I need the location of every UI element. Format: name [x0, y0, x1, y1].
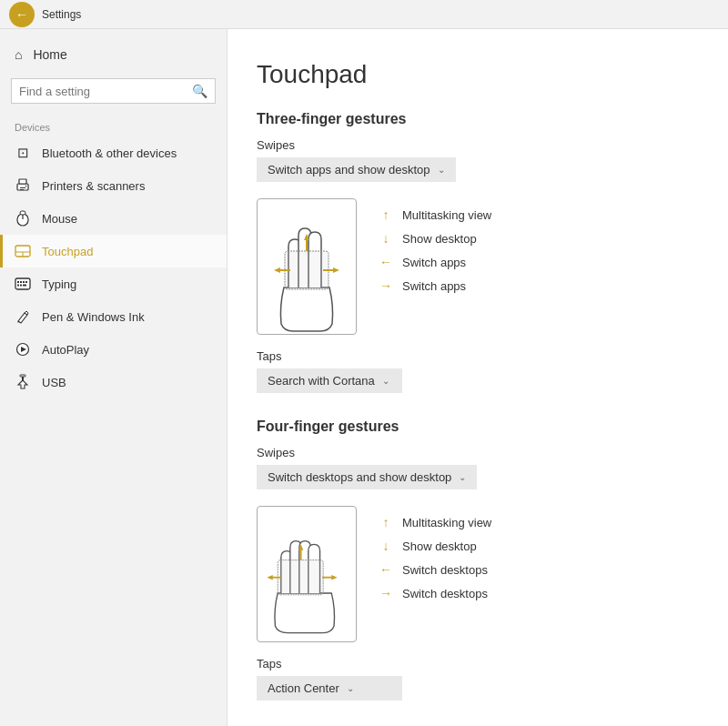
search-icon: 🔍 — [192, 84, 207, 98]
search-box[interactable]: 🔍 — [11, 78, 216, 104]
arrow-down-icon: ↓ — [379, 231, 393, 246]
gesture-option: → Switch apps — [379, 278, 491, 293]
gesture-option-label: Show desktop — [402, 539, 477, 553]
gesture-option: ↑ Multitasking view — [379, 515, 491, 529]
arrow-down-icon: ↓ — [379, 539, 393, 553]
svg-rect-14 — [23, 281, 25, 283]
sidebar-item-label: AutoPlay — [42, 343, 89, 357]
title-bar: ← Settings — [0, 0, 728, 29]
typing-icon — [15, 276, 31, 292]
back-button[interactable]: ← — [9, 2, 35, 27]
three-swipes-value: Switch apps and show desktop — [268, 163, 430, 176]
sidebar-item-mouse[interactable]: Mouse — [0, 202, 227, 235]
three-swipes-dropdown[interactable]: Switch apps and show desktop ⌄ — [257, 157, 456, 182]
gesture-option: ← Switch apps — [379, 255, 491, 269]
gesture-option: ↑ Multitasking view — [379, 207, 491, 222]
svg-rect-13 — [20, 281, 22, 283]
svg-rect-21 — [20, 375, 25, 377]
gesture-option-label: Switch apps — [402, 279, 466, 293]
chevron-down-icon: ⌄ — [438, 165, 445, 175]
mouse-icon — [15, 210, 31, 227]
gesture-option-label: Multitasking view — [402, 516, 491, 529]
devices-section-label: Devices — [0, 111, 227, 136]
arrow-left-icon: ← — [379, 255, 393, 269]
gesture-option: ← Switch desktops — [379, 562, 491, 577]
sidebar-item-usb[interactable]: USB — [0, 366, 227, 398]
four-taps-value: Action Center — [268, 681, 339, 695]
sidebar-item-printers[interactable]: Printers & scanners — [0, 169, 227, 202]
arrow-right-icon: → — [379, 586, 393, 600]
svg-rect-0 — [17, 184, 28, 190]
autoplay-icon — [15, 341, 31, 358]
chevron-down-icon: ⌄ — [382, 376, 389, 386]
sidebar-item-touchpad[interactable]: Touchpad — [0, 235, 227, 267]
svg-rect-15 — [25, 281, 27, 283]
gesture-option: → Switch desktops — [379, 586, 491, 600]
back-icon: ← — [15, 7, 28, 22]
svg-rect-23 — [285, 251, 329, 289]
gesture-option-label: Multitasking view — [402, 208, 491, 222]
sidebar-item-label: Printers & scanners — [42, 179, 145, 193]
four-finger-section: Four-finger gestures Swipes Switch deskt… — [257, 418, 692, 701]
svg-rect-16 — [17, 285, 19, 287]
sidebar-item-label: Pen & Windows Ink — [42, 310, 145, 324]
three-finger-options: ↑ Multitasking view ↓ Show desktop ← Swi… — [379, 198, 491, 293]
four-taps-dropdown[interactable]: Action Center ⌄ — [257, 676, 402, 701]
title-bar-text: Settings — [42, 8, 81, 21]
page-title: Touchpad — [257, 60, 692, 89]
gesture-option-label: Switch desktops — [402, 563, 488, 577]
sidebar-item-pen[interactable]: Pen & Windows Ink — [0, 300, 227, 333]
svg-marker-34 — [267, 574, 272, 579]
svg-rect-1 — [19, 179, 26, 184]
sidebar-item-typing[interactable]: Typing — [0, 267, 227, 300]
svg-rect-3 — [20, 189, 24, 190]
three-finger-title: Three-finger gestures — [257, 111, 692, 127]
home-icon: ⌂ — [15, 47, 22, 62]
svg-rect-18 — [23, 285, 26, 287]
sidebar-item-label: Bluetooth & other devices — [42, 146, 177, 160]
usb-icon — [15, 374, 31, 390]
four-swipes-value: Switch desktops and show desktop — [268, 470, 451, 484]
search-input[interactable] — [19, 85, 187, 98]
sidebar-item-home[interactable]: ⌂ Home — [0, 38, 227, 71]
svg-rect-12 — [17, 281, 19, 283]
three-swipes-label: Swipes — [257, 138, 692, 152]
chevron-down-icon: ⌄ — [459, 472, 466, 482]
gesture-option: ↓ Show desktop — [379, 539, 491, 553]
three-taps-label: Taps — [257, 349, 692, 363]
svg-rect-17 — [20, 285, 22, 287]
sidebar-item-label: Mouse — [42, 212, 77, 226]
four-finger-options: ↑ Multitasking view ↓ Show desktop ← Swi… — [379, 506, 491, 600]
svg-marker-29 — [333, 267, 339, 273]
pen-icon — [15, 308, 31, 325]
four-taps-label: Taps — [257, 657, 692, 671]
chevron-down-icon: ⌄ — [347, 683, 354, 693]
four-swipes-dropdown[interactable]: Switch desktops and show desktop ⌄ — [257, 465, 477, 489]
arrow-right-icon: → — [379, 278, 393, 293]
svg-rect-30 — [278, 560, 323, 594]
four-finger-illustration — [257, 506, 357, 642]
three-taps-value: Search with Cortana — [268, 374, 375, 388]
bluetooth-icon: ⊡ — [15, 145, 31, 161]
gesture-option-label: Show desktop — [402, 232, 477, 246]
sidebar-item-autoplay[interactable]: AutoPlay — [0, 333, 227, 366]
four-finger-gesture-area: ↑ Multitasking view ↓ Show desktop ← Swi… — [257, 506, 692, 642]
sidebar-item-label: Typing — [42, 277, 76, 291]
gesture-option-label: Switch apps — [402, 256, 466, 269]
four-finger-title: Four-finger gestures — [257, 418, 692, 435]
touchpad-icon — [15, 243, 31, 259]
sidebar-item-bluetooth[interactable]: ⊡ Bluetooth & other devices — [0, 136, 227, 169]
svg-marker-27 — [274, 267, 280, 273]
sidebar: ⌂ Home 🔍 Devices ⊡ Bluetooth & other dev… — [0, 0, 228, 726]
three-finger-gesture-area: ↑ Multitasking view ↓ Show desktop ← Swi… — [257, 198, 692, 335]
three-finger-section: Three-finger gestures Swipes Switch apps… — [257, 111, 692, 393]
svg-marker-36 — [331, 574, 337, 579]
printer-icon — [15, 177, 31, 194]
svg-rect-7 — [20, 211, 25, 215]
gesture-option-label: Switch desktops — [402, 587, 488, 600]
main-content: Touchpad Three-finger gestures Swipes Sw… — [228, 0, 728, 726]
sidebar-item-label: Touchpad — [42, 245, 93, 258]
three-taps-dropdown[interactable]: Search with Cortana ⌄ — [257, 368, 402, 393]
svg-rect-11 — [15, 278, 30, 289]
svg-point-4 — [25, 186, 27, 187]
